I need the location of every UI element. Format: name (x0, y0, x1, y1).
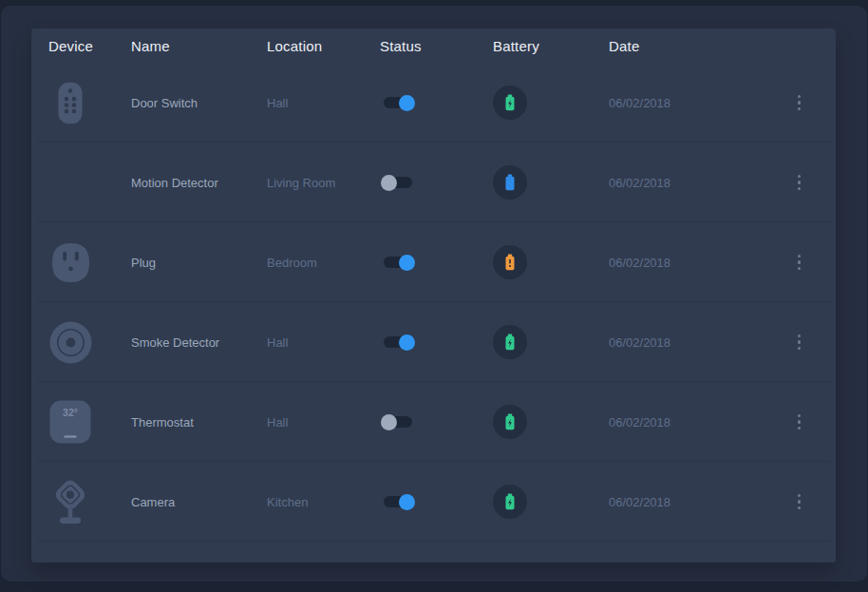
device-name: Motion Detector (131, 176, 218, 190)
device-cell (31, 321, 131, 364)
column-header-location: Location (267, 38, 380, 54)
toggle-knob (399, 255, 415, 271)
device-glyph: 32° (47, 400, 94, 444)
battery-indicator (493, 245, 527, 279)
battery-icon (501, 333, 519, 352)
camera-icon (48, 477, 92, 526)
battery-icon (501, 412, 519, 431)
battery-indicator (493, 485, 527, 519)
device-cell (31, 81, 131, 125)
row-menu-button[interactable] (794, 411, 805, 434)
device-name: Door Switch (131, 96, 198, 110)
svg-text:32°: 32° (63, 407, 78, 418)
toggle-knob (399, 334, 415, 351)
kebab-icon (798, 494, 802, 498)
toggle-knob (381, 414, 397, 430)
smoke-detector-icon (49, 321, 92, 364)
device-name: Camera (131, 495, 175, 509)
table-row: 32° Thermostat Hall (31, 382, 836, 462)
device-glyph (47, 321, 94, 364)
kebab-icon (798, 95, 802, 99)
table-row: Motion Detector Living Room 06/0 (31, 143, 836, 222)
column-header-date: Date (609, 38, 770, 54)
battery-icon (501, 492, 519, 511)
column-header-device: Device (31, 38, 131, 54)
toggle-knob (381, 175, 397, 191)
status-toggle[interactable] (384, 416, 412, 428)
toggle-knob (399, 494, 415, 510)
battery-icon (501, 173, 519, 192)
row-menu-button[interactable] (794, 251, 805, 275)
device-date: 06/02/2018 (609, 176, 670, 190)
column-header-name: Name (131, 38, 267, 54)
status-toggle[interactable] (384, 336, 412, 348)
table-row: Smoke Detector Hall 06/02/2018 (31, 302, 836, 382)
kebab-icon (798, 334, 802, 338)
battery-indicator (493, 405, 527, 439)
device-name: Plug (131, 256, 156, 270)
kebab-icon (798, 175, 802, 179)
device-date: 06/02/2018 (609, 495, 670, 509)
device-date: 06/02/2018 (609, 335, 670, 350)
table-row: Camera Kitchen 06/02/2018 (31, 462, 836, 542)
device-date: 06/02/2018 (609, 415, 670, 430)
battery-icon (501, 93, 519, 112)
device-table-card: Device Name Location Status Battery Date (31, 29, 836, 563)
plug-icon (51, 242, 90, 283)
device-location: Living Room (267, 176, 335, 190)
device-cell: 32° (31, 400, 131, 444)
status-toggle[interactable] (384, 496, 412, 507)
column-header-battery: Battery (493, 38, 609, 54)
device-location: Hall (267, 96, 288, 110)
battery-indicator (493, 86, 527, 120)
battery-indicator (493, 325, 527, 359)
kebab-icon (798, 414, 802, 418)
battery-icon (501, 253, 519, 272)
table-row: Door Switch Hall 06/02/2018 (31, 63, 836, 143)
table-row: Plug Bedroom 06/02/2018 (31, 222, 836, 302)
door-switch-icon (58, 81, 83, 125)
row-menu-button[interactable] (794, 331, 805, 354)
device-glyph (47, 81, 94, 125)
device-name: Thermostat (131, 415, 194, 430)
device-glyph (47, 242, 94, 283)
battery-indicator (493, 165, 527, 200)
device-date: 06/02/2018 (609, 256, 670, 270)
device-date: 06/02/2018 (609, 96, 670, 110)
row-menu-button[interactable] (794, 171, 805, 195)
status-toggle[interactable] (384, 257, 412, 268)
device-name: Smoke Detector (131, 335, 219, 350)
device-location: Hall (267, 335, 288, 350)
column-header-status: Status (380, 38, 493, 54)
status-toggle[interactable] (384, 97, 412, 108)
status-toggle[interactable] (384, 177, 412, 188)
table-header: Device Name Location Status Battery Date (31, 29, 836, 63)
app-window: Device Name Location Status Battery Date (1, 6, 867, 582)
device-cell (31, 242, 131, 283)
device-glyph (47, 477, 94, 526)
toggle-knob (399, 95, 415, 111)
table-body: Door Switch Hall 06/02/2018 (31, 63, 836, 542)
row-menu-button[interactable] (794, 490, 805, 514)
thermostat-icon: 32° (49, 400, 91, 444)
row-menu-button[interactable] (794, 91, 805, 115)
device-location: Bedroom (267, 256, 317, 270)
device-location: Hall (267, 415, 288, 430)
device-location: Kitchen (267, 495, 308, 509)
kebab-icon (798, 255, 802, 258)
device-cell (31, 477, 131, 526)
